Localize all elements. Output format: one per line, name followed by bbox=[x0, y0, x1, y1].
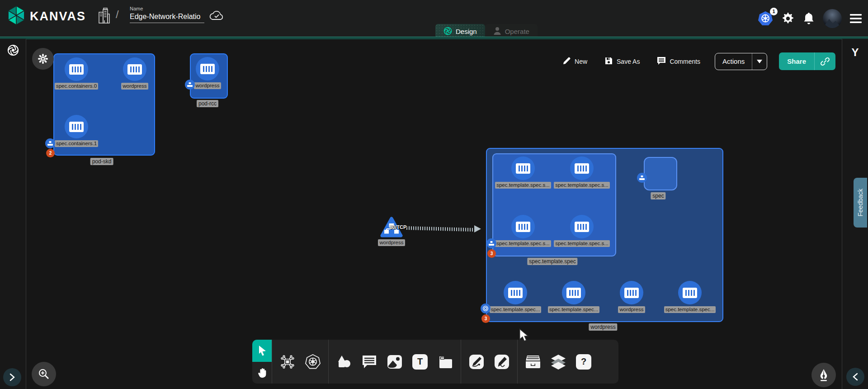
help-glyph: ? bbox=[576, 354, 591, 370]
layers-tool[interactable] bbox=[546, 340, 571, 384]
template-group-error-badge[interactable]: 3 bbox=[487, 249, 496, 258]
node-template-container-1[interactable]: spec.template.spec.s... bbox=[511, 157, 535, 189]
node-label: spec.template.spec.s... bbox=[554, 182, 610, 189]
settings-gear-icon[interactable] bbox=[781, 12, 795, 25]
shapes-tool[interactable] bbox=[331, 340, 357, 384]
template-group-relationship-badge[interactable] bbox=[486, 238, 496, 248]
zoom-search-button[interactable] bbox=[32, 362, 56, 386]
node-label: wordpress bbox=[121, 83, 148, 90]
new-label: New bbox=[575, 58, 587, 65]
comments-button[interactable]: Comments bbox=[654, 56, 703, 67]
node-wordpress-rcc[interactable]: wordpress bbox=[196, 57, 219, 89]
spec-relationship-badge[interactable] bbox=[637, 173, 647, 183]
toolbar-group-components bbox=[272, 340, 328, 384]
organization-icon[interactable] bbox=[97, 8, 111, 26]
header-right-icons: 1 bbox=[758, 0, 862, 37]
pod-rcc-relationship-badge[interactable] bbox=[185, 80, 195, 90]
kubernetes-tool[interactable] bbox=[300, 340, 326, 384]
pen-tool[interactable] bbox=[464, 340, 489, 384]
node-template-container-4[interactable]: spec.template.spec.s... bbox=[570, 215, 594, 247]
user-avatar[interactable] bbox=[823, 9, 842, 28]
cursor-arrow-icon bbox=[257, 345, 267, 356]
node-label: spec.template.spec.s... bbox=[495, 182, 551, 189]
container-icon bbox=[562, 281, 585, 304]
validate-y-icon[interactable]: Y bbox=[842, 46, 868, 59]
left-sidebar-rail bbox=[0, 39, 26, 389]
new-button[interactable]: New bbox=[560, 56, 590, 67]
frame-tool[interactable] bbox=[433, 340, 458, 384]
node-spec-containers-0[interactable]: spec.containers.0 bbox=[65, 57, 88, 90]
copy-link-icon[interactable] bbox=[815, 52, 835, 70]
node-bottom-wordpress[interactable]: wordpress bbox=[620, 281, 643, 313]
design-name-input[interactable]: Edge-Network-Relatio bbox=[130, 11, 204, 23]
help-tool[interactable]: ? bbox=[571, 340, 596, 384]
node-bottom-container-2[interactable]: spec.template.spec... bbox=[562, 281, 585, 313]
pod-skd-relationship-badge[interactable] bbox=[45, 138, 55, 148]
node-label: wordpress bbox=[378, 239, 405, 246]
container-icon bbox=[504, 281, 527, 304]
name-label: Name bbox=[130, 6, 204, 11]
text-tool[interactable]: T bbox=[407, 340, 433, 384]
pod-skd-error-badge[interactable]: 2 bbox=[46, 149, 55, 157]
comment-icon bbox=[657, 57, 666, 66]
share-button[interactable]: Share bbox=[779, 52, 835, 70]
node-spec[interactable] bbox=[644, 157, 677, 190]
group-label-wordpress: wordpress bbox=[589, 323, 617, 331]
caret-down-icon[interactable] bbox=[752, 53, 767, 70]
save-as-button[interactable]: Save As bbox=[602, 56, 642, 67]
node-template-container-3[interactable]: spec.template.spec.s... bbox=[511, 215, 535, 247]
expand-left-panel-button[interactable] bbox=[3, 368, 21, 386]
group-label-pod-skd: pod-skd bbox=[90, 158, 113, 165]
node-label: spec.template.spec.s... bbox=[554, 240, 610, 247]
comment-tool[interactable] bbox=[357, 340, 382, 384]
operate-mode-icon bbox=[493, 27, 501, 37]
node-label: spec.template.spec.s... bbox=[495, 240, 551, 247]
edge-arrowhead-icon bbox=[474, 225, 481, 232]
edge-service-to-deployment[interactable] bbox=[406, 226, 475, 232]
share-label: Share bbox=[779, 52, 815, 70]
k8s-context-count-badge: 1 bbox=[770, 8, 778, 15]
node-label: spec.containers.0 bbox=[55, 83, 98, 90]
node-spec-containers-1[interactable]: spec.containers.1 bbox=[65, 115, 88, 147]
logo-wordmark: KANVAS bbox=[30, 9, 86, 24]
kanvas-logo[interactable]: KANVAS bbox=[7, 5, 86, 27]
component-chip-tool[interactable] bbox=[275, 340, 300, 384]
container-icon bbox=[123, 57, 146, 81]
toolbar-group-annotate: T bbox=[328, 340, 461, 384]
feedback-tab[interactable]: Feedback bbox=[854, 178, 867, 228]
select-tool-button[interactable] bbox=[252, 340, 272, 362]
pencil-icon bbox=[562, 57, 571, 66]
container-icon bbox=[620, 281, 643, 304]
actions-dropdown-button[interactable]: Actions bbox=[715, 53, 767, 70]
container-icon bbox=[511, 157, 535, 180]
app-header: KANVAS / Name Edge-Network-Relatio bbox=[0, 0, 868, 37]
wordpress-group-error-badge[interactable]: 3 bbox=[481, 314, 490, 323]
node-service-wordpress[interactable]: wordpress bbox=[381, 217, 402, 246]
node-template-container-2[interactable]: spec.template.spec.s... bbox=[570, 157, 594, 189]
node-label: spec.template.spec... bbox=[548, 306, 600, 313]
breadcrumb-separator: / bbox=[116, 8, 119, 21]
theme-ink-button[interactable] bbox=[811, 363, 836, 387]
pan-tool-button[interactable] bbox=[252, 362, 272, 384]
wordpress-group-relationship-badge[interactable] bbox=[481, 304, 491, 313]
toolbar-group-library: ? bbox=[517, 340, 599, 384]
hamburger-menu-icon[interactable] bbox=[850, 14, 862, 24]
notifications-bell-icon[interactable] bbox=[803, 12, 815, 25]
actions-label: Actions bbox=[715, 53, 752, 70]
container-icon bbox=[678, 281, 702, 304]
container-icon bbox=[511, 215, 535, 238]
feedback-label: Feedback bbox=[857, 189, 864, 216]
node-bottom-container-1[interactable]: spec.template.spec... bbox=[504, 281, 527, 313]
node-wordpress-1[interactable]: wordpress bbox=[123, 57, 146, 90]
freehand-draw-tool[interactable] bbox=[489, 340, 514, 384]
archive-drawer-tool[interactable] bbox=[520, 340, 546, 384]
tab-bar-underline bbox=[0, 37, 868, 39]
node-bottom-container-4[interactable]: spec.template.spec... bbox=[678, 281, 702, 313]
canvas-config-gear-button[interactable] bbox=[32, 48, 54, 70]
group-label-spec-template-spec: spec.template.spec bbox=[527, 258, 577, 265]
kubernetes-context-button[interactable]: 1 bbox=[758, 11, 773, 26]
expand-right-panel-button[interactable] bbox=[846, 368, 864, 386]
mouse-cursor bbox=[519, 328, 531, 344]
image-tool[interactable] bbox=[382, 340, 407, 384]
meshery-swirl-icon[interactable] bbox=[0, 44, 26, 59]
